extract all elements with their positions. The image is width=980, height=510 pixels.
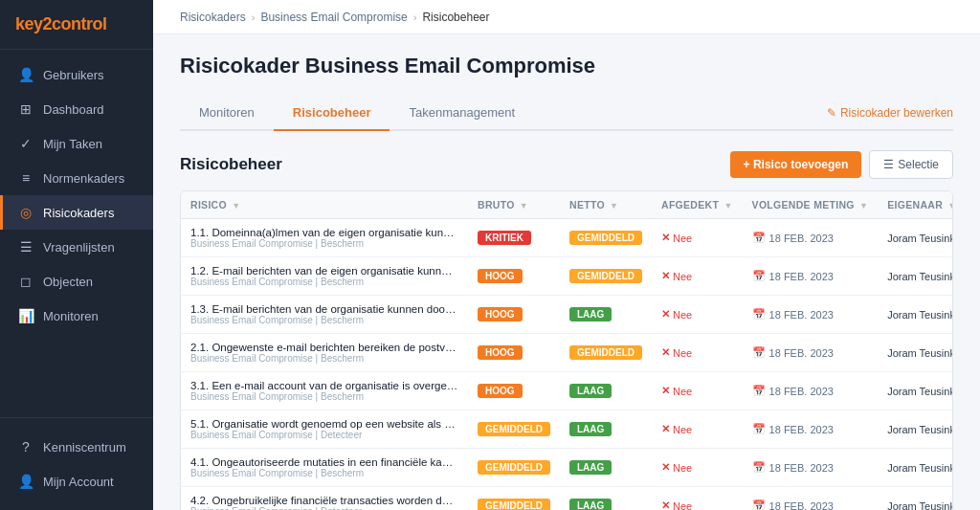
cell-afgedekt: ✕ Nee (652, 219, 743, 257)
cell-eigenaar: Joram Teusink (878, 219, 953, 257)
norms-icon: ≡ (18, 170, 33, 186)
table-header-row: RISICO ▼ BRUTO ▼ NETTO ▼ AFGEDEKT ▼ VOLG… (181, 191, 953, 219)
bruto-badge: HOOG (478, 269, 523, 283)
risk-sub: Business Email Compromise | Bescherm (190, 391, 458, 402)
cell-bruto: KRITIEK (468, 219, 560, 257)
dashboard-icon: ⊞ (18, 101, 33, 117)
add-risico-button[interactable]: + Risico toevoegen (730, 151, 862, 178)
breadcrumb-separator: › (413, 11, 417, 23)
risk-sub: Business Email Compromise | Bescherm (190, 315, 458, 325)
afgedekt-value: ✕ Nee (661, 270, 733, 282)
sidebar-item-label: Vragenlijsten (43, 240, 115, 255)
col-risico: RISICO ▼ (181, 191, 468, 219)
account-icon: 👤 (18, 474, 33, 489)
calendar-icon: 📅 (752, 308, 766, 321)
risk-icon: ◎ (18, 205, 33, 220)
cell-risico: 5.1. Organisatie wordt genoemd op een we… (181, 410, 468, 449)
edit-risicokader-link[interactable]: ✎ Risicokader bewerken (827, 106, 953, 120)
cell-eigenaar: Joram Teusink (878, 334, 953, 372)
risks-table-wrap: RISICO ▼ BRUTO ▼ NETTO ▼ AFGEDEKT ▼ VOLG… (180, 190, 953, 510)
calendar-icon: 📅 (752, 385, 766, 397)
sidebar-item-label: Kenniscentrum (43, 440, 126, 455)
owner-name: Joram Teusink (887, 500, 953, 511)
sidebar-item-vragenlijsten[interactable]: ☰ Vragenlijsten (0, 230, 153, 264)
owner-name: Joram Teusink (887, 309, 953, 321)
tasks-icon: ✓ (18, 136, 33, 151)
sort-icon: ▼ (859, 201, 868, 211)
sidebar-item-label: Objecten (43, 275, 93, 289)
calendar-icon: 📅 (752, 346, 766, 359)
datum-value: 📅 18 FEB. 2023 (752, 346, 869, 359)
netto-badge: LAAG (569, 307, 612, 322)
cell-bruto: HOOG (468, 372, 560, 410)
netto-badge: GEMIDDELD (569, 231, 642, 245)
sidebar-item-mijn-taken[interactable]: ✓ Mijn Taken (0, 126, 153, 161)
sort-icon: ▼ (724, 201, 732, 211)
table-row: 4.2. Ongebruikelijke financiële transact… (181, 487, 953, 511)
sidebar-item-dashboard[interactable]: ⊞ Dashboard (0, 92, 153, 126)
breadcrumb-separator: › (252, 11, 256, 23)
calendar-icon: 📅 (752, 461, 766, 474)
table-row: 1.1. Domeinna(a)lmen van de eigen organi… (181, 219, 953, 257)
risk-name: 1.2. E-mail berichten van de eigen organ… (190, 265, 458, 277)
sidebar-item-monitoren[interactable]: 📊 Monitoren (0, 299, 153, 333)
main-content: Risicokaders › Business Email Compromise… (153, 0, 980, 510)
netto-badge: LAAG (569, 499, 612, 510)
sidebar-nav: 👤 Gebruikers ⊞ Dashboard ✓ Mijn Taken ≡ … (0, 50, 153, 417)
sidebar-item-normenkaders[interactable]: ≡ Normenkaders (0, 161, 153, 195)
sidebar-item-kenniscentrum[interactable]: ? Kenniscentrum (0, 430, 153, 464)
cell-bruto: GEMIDDELD (468, 449, 560, 487)
cell-risico: 1.1. Domeinna(a)lmen van de eigen organi… (181, 219, 468, 257)
risk-name: 4.2. Ongebruikelijke financiële transact… (190, 495, 458, 506)
col-eigenaar: EIGENAAR ▼ (878, 191, 953, 219)
edit-link-text: Risicokader bewerken (840, 106, 953, 120)
cell-netto: GEMIDDELD (560, 219, 652, 257)
cell-datum: 📅 18 FEB. 2023 (743, 449, 879, 487)
bruto-badge: HOOG (478, 345, 523, 360)
cell-datum: 📅 18 FEB. 2023 (743, 257, 879, 296)
selectie-button[interactable]: ☰ Selectie (869, 150, 953, 179)
sidebar-item-gebruikers[interactable]: 👤 Gebruikers (0, 57, 153, 92)
bruto-badge: HOOG (478, 384, 523, 398)
afgedekt-value: ✕ Nee (661, 308, 733, 321)
breadcrumb-link-risicokaders[interactable]: Risicokaders (180, 11, 246, 24)
bruto-badge: GEMIDDELD (478, 460, 550, 475)
tabs-left: Monitoren Risicobeheer Takenmanagement (180, 96, 534, 129)
cell-datum: 📅 18 FEB. 2023 (743, 334, 879, 372)
afgedekt-value: ✕ Nee (661, 385, 733, 397)
sidebar-item-risicokaders[interactable]: ◎ Risicokaders (0, 195, 153, 230)
table-row: 1.3. E-mail berichten van de organisatie… (181, 296, 953, 334)
cell-bruto: GEMIDDELD (468, 487, 560, 511)
edit-icon: ✎ (827, 106, 836, 120)
breadcrumb-link-bec[interactable]: Business Email Compromise (260, 11, 407, 24)
cell-datum: 📅 18 FEB. 2023 (743, 372, 879, 410)
cell-datum: 📅 18 FEB. 2023 (743, 487, 879, 511)
cell-eigenaar: Joram Teusink (878, 410, 953, 449)
netto-badge: LAAG (569, 384, 612, 398)
cell-netto: LAAG (560, 372, 652, 410)
user-icon: 👤 (18, 67, 33, 82)
netto-badge: GEMIDDELD (569, 345, 642, 360)
col-volgende-meting: VOLGENDE METING ▼ (743, 191, 879, 219)
sidebar-item-label: Dashboard (43, 102, 104, 117)
knowledge-icon: ? (18, 439, 33, 455)
calendar-icon: 📅 (752, 232, 766, 244)
content-area: Risicokader Business Email Compromise Mo… (153, 34, 980, 510)
sidebar-item-mijn-account[interactable]: 👤 Mijn Account (0, 464, 153, 499)
risk-name: 3.1. Een e-mail account van de organisat… (190, 380, 458, 391)
table-row: 1.2. E-mail berichten van de eigen organ… (181, 257, 953, 296)
sidebar: key2control 👤 Gebruikers ⊞ Dashboard ✓ M… (0, 0, 153, 510)
netto-badge: LAAG (569, 422, 612, 436)
cell-bruto: HOOG (468, 257, 560, 296)
selectie-icon: ☰ (883, 158, 894, 171)
tab-risicobeheer[interactable]: Risicobeheer (274, 96, 390, 131)
sidebar-item-objecten[interactable]: ◻ Objecten (0, 264, 153, 299)
cell-risico: 2.1. Ongewenste e-mail berichten bereike… (181, 334, 468, 372)
risk-sub: Business Email Compromise | Bescherm (190, 353, 458, 364)
x-icon: ✕ (661, 308, 670, 321)
cell-netto: GEMIDDELD (560, 257, 652, 296)
cell-afgedekt: ✕ Nee (652, 487, 743, 511)
tab-monitoren[interactable]: Monitoren (180, 96, 274, 131)
tab-takenmanagement[interactable]: Takenmanagement (390, 96, 534, 131)
x-icon: ✕ (661, 423, 670, 435)
